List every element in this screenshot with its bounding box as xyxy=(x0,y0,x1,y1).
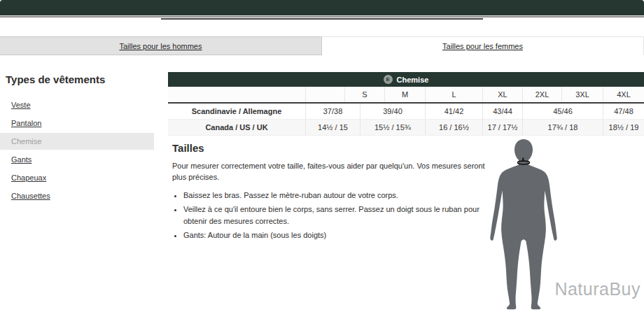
sidebar-row-chemise: Chemise xyxy=(0,133,154,150)
measure-bullet: Veillez à ce qu'il entoure bien le corps… xyxy=(183,204,486,227)
row-label: Canada / US / UK xyxy=(168,120,306,135)
size-value-cell: 47/48 xyxy=(603,104,644,119)
size-value-cell: 16 / 16½ xyxy=(426,120,483,135)
size-value-cell: 17¾ / 18 xyxy=(523,120,603,135)
size-value-cell: 45/46 xyxy=(523,104,603,119)
header-divider xyxy=(0,16,644,17)
size-table-body: Scandinavie / Allemagne37/3839/4041/4243… xyxy=(168,104,644,136)
measure-title: Tailles xyxy=(172,142,494,154)
measuring-instructions: Tailles Pour mesurer correctement votre … xyxy=(172,142,494,243)
sidebar-item-veste[interactable]: Veste xyxy=(11,101,31,109)
size-value-cell: 14½ / 15 xyxy=(306,120,360,135)
size-value-cell: 17 / 17½ xyxy=(483,120,523,135)
chemise-badge-icon: E xyxy=(384,75,393,84)
size-col-s: S xyxy=(345,87,385,102)
size-col-4xl: 4XL xyxy=(603,87,644,102)
sidebar-item-pantalon[interactable]: Pantalon xyxy=(11,119,41,127)
size-table-corner-cell xyxy=(168,87,306,102)
gender-tabs: Tailles pour les hommes Tailles pour les… xyxy=(0,36,644,55)
header-divider-segment xyxy=(161,18,483,20)
tab-tailles-hommes-link[interactable]: Tailles pour les hommes xyxy=(120,42,202,50)
sidebar-row-chapeuax: Chapeuax xyxy=(6,169,154,186)
naturabuy-watermark: NaturaBuy xyxy=(554,279,640,299)
sidebar-title: Types de vêtements xyxy=(6,73,154,85)
sidebar-item-chausettes[interactable]: Chausettes xyxy=(11,192,50,200)
size-table-row-canada-us-uk: Canada / US / UK14½ / 1515½ / 15¾16 / 16… xyxy=(168,120,644,136)
measure-bullet: Gants: Autour de la main (sous les doigt… xyxy=(183,229,486,241)
measure-intro: Pour mesurer correctement votre taille, … xyxy=(172,161,494,183)
size-col-m: M xyxy=(385,87,426,102)
size-table-row-scandinavie-allemagne: Scandinavie / Allemagne37/3839/4041/4243… xyxy=(168,104,644,120)
tab-tailles-hommes[interactable]: Tailles pour les hommes xyxy=(0,36,322,55)
size-col-xl: XL xyxy=(483,87,523,102)
size-value-cell: 43/44 xyxy=(483,104,523,119)
size-guide-page: Tailles pour les hommes Tailles pour les… xyxy=(0,0,644,312)
size-table: E Chemise SMLXL2XL3XL4XL Scandinavie / A… xyxy=(168,72,644,136)
size-value-cell: 37/38 xyxy=(306,104,360,119)
sidebar-row-veste: Veste xyxy=(6,97,154,113)
row-label: Scandinavie / Allemagne xyxy=(168,104,306,119)
sidebar-row-chausettes: Chausettes xyxy=(6,187,154,204)
sidebar-row-pantalon: Pantalon xyxy=(6,115,154,132)
size-value-cell: 41/42 xyxy=(426,104,483,119)
top-header-bar xyxy=(0,0,644,15)
tab-tailles-femmes-link[interactable]: Tailles pour les femmes xyxy=(442,42,523,50)
size-table-header-row: SMLXL2XL3XL4XL xyxy=(168,87,644,102)
size-value-cell: 39/40 xyxy=(360,104,426,119)
male-silhouette-icon xyxy=(486,139,561,311)
male-silhouette-figure xyxy=(486,139,561,311)
size-col-l: L xyxy=(426,87,483,102)
size-value-cell: 15½ / 15¾ xyxy=(360,120,426,135)
clothing-types-sidebar: Types de vêtements VestePantalonChemiseG… xyxy=(6,73,154,206)
sidebar-item-gants[interactable]: Gants xyxy=(11,155,31,164)
sidebar-item-chapeuax[interactable]: Chapeuax xyxy=(11,173,46,182)
size-table-title: Chemise xyxy=(397,76,429,84)
sidebar-row-gants: Gants xyxy=(6,151,154,168)
sidebar-items: VestePantalonChemiseGantsChapeuaxChauset… xyxy=(6,97,154,204)
size-value-cell: 18½ / 19 xyxy=(603,120,644,135)
sidebar-item-chemise: Chemise xyxy=(11,137,41,146)
size-col-empty xyxy=(306,87,345,102)
measure-bullet: Baissez les bras. Passez le mètre-ruban … xyxy=(183,190,486,201)
size-col-3xl: 3XL xyxy=(562,87,603,102)
measure-bullet-list: Baissez les bras. Passez le mètre-ruban … xyxy=(172,190,486,241)
size-col-2xl: 2XL xyxy=(523,87,562,102)
size-table-titlebar: E Chemise xyxy=(168,72,644,87)
tab-tailles-femmes[interactable]: Tailles pour les femmes xyxy=(322,36,644,55)
neck-measure-tick xyxy=(522,158,524,162)
